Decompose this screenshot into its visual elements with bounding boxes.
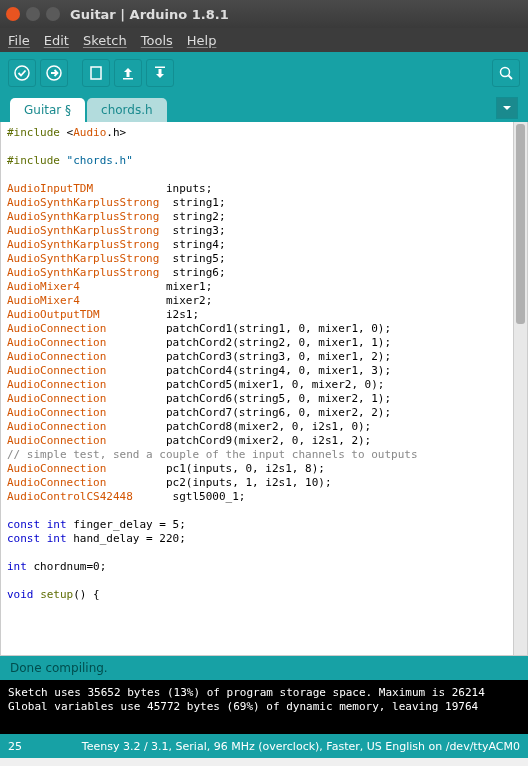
- upload-button[interactable]: [40, 59, 68, 87]
- line-number: 25: [8, 740, 22, 753]
- window-minimize-button[interactable]: [26, 7, 40, 21]
- tab-menu-button[interactable]: [496, 97, 518, 119]
- menu-edit[interactable]: Edit: [44, 33, 69, 48]
- new-button[interactable]: [82, 59, 110, 87]
- menubar: File Edit Sketch Tools Help: [0, 28, 528, 52]
- menu-file[interactable]: File: [8, 33, 30, 48]
- svg-line-6: [509, 76, 513, 80]
- window-close-button[interactable]: [6, 7, 20, 21]
- window-maximize-button[interactable]: [46, 7, 60, 21]
- tab-chords[interactable]: chords.h: [87, 98, 167, 122]
- scrollbar-thumb[interactable]: [516, 124, 525, 324]
- svg-rect-2: [91, 67, 101, 79]
- board-info: Teensy 3.2 / 3.1, Serial, 96 MHz (overcl…: [82, 740, 520, 753]
- editor-scrollbar[interactable]: [513, 122, 527, 655]
- tabbar: Guitar § chords.h: [0, 94, 528, 122]
- titlebar: Guitar | Arduino 1.8.1: [0, 0, 528, 28]
- svg-rect-4: [155, 67, 165, 69]
- verify-button[interactable]: [8, 59, 36, 87]
- editor-area: #include <Audio.h> #include "chords.h" A…: [0, 122, 528, 656]
- tab-guitar[interactable]: Guitar §: [10, 98, 85, 122]
- window-title: Guitar | Arduino 1.8.1: [70, 7, 229, 22]
- svg-point-0: [15, 66, 29, 80]
- menu-tools[interactable]: Tools: [141, 33, 173, 48]
- svg-point-5: [501, 68, 510, 77]
- menu-help[interactable]: Help: [187, 33, 217, 48]
- compile-status: Done compiling.: [0, 656, 528, 680]
- console-output[interactable]: Sketch uses 35652 bytes (13%) of program…: [0, 680, 528, 734]
- statusbar: 25 Teensy 3.2 / 3.1, Serial, 96 MHz (ove…: [0, 734, 528, 758]
- code-editor[interactable]: #include <Audio.h> #include "chords.h" A…: [1, 122, 513, 655]
- svg-rect-3: [123, 78, 133, 80]
- serial-monitor-button[interactable]: [492, 59, 520, 87]
- save-button[interactable]: [146, 59, 174, 87]
- open-button[interactable]: [114, 59, 142, 87]
- toolbar: [0, 52, 528, 94]
- menu-sketch[interactable]: Sketch: [83, 33, 127, 48]
